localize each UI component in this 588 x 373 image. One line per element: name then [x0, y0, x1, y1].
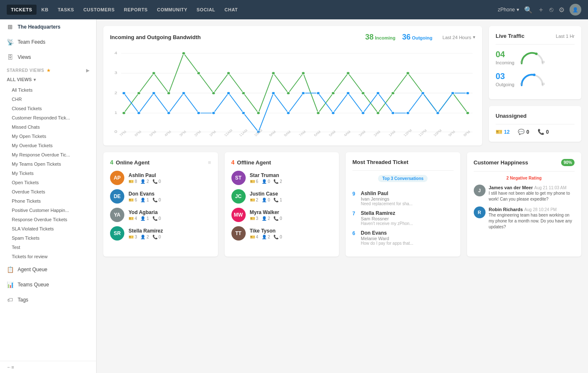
nav-chat[interactable]: CHAT — [220, 5, 242, 15]
negative-rating-badge: 2 Negative Rating — [474, 176, 575, 180]
sidebar-views-list: All Tickets CHR Closed Tickets Customer … — [0, 85, 96, 262]
starred-expand-arrow[interactable]: ▶ — [86, 68, 90, 73]
main-content: Incoming and Outgoing Bandwidth 38 Incom… — [97, 19, 588, 373]
svg-point-24 — [331, 92, 335, 95]
all-views-header[interactable]: ALL VIEWS ▾ — [0, 74, 96, 85]
agent-name: Justin Case — [250, 191, 333, 197]
svg-text:5PM: 5PM — [148, 130, 157, 137]
incoming-gauge: 04 Incoming 10 0 — [496, 49, 575, 66]
svg-text:1: 1 — [115, 110, 118, 115]
svg-point-52 — [391, 111, 395, 114]
view-my-response-overdue[interactable]: My Response Overdue Tic... — [0, 150, 96, 159]
external-link-icon[interactable]: ⎋ — [549, 6, 554, 13]
ticket-stat: 🎫 3 — [250, 216, 258, 221]
svg-text:9PM: 9PM — [447, 130, 456, 137]
teams-queue-label: Teams Queue — [18, 282, 49, 288]
view-chr[interactable]: CHR — [0, 95, 96, 104]
svg-point-54 — [421, 92, 425, 95]
svg-point-23 — [317, 111, 320, 114]
view-my-teams-open[interactable]: My Teams Open Tickets — [0, 159, 96, 169]
nav-tickets[interactable]: TICKETS — [7, 5, 37, 15]
view-open-tickets[interactable]: Open Tickets — [0, 178, 96, 187]
svg-point-35 — [137, 111, 141, 114]
svg-point-33 — [466, 111, 470, 114]
view-closed-tickets[interactable]: Closed Tickets — [0, 104, 96, 113]
view-my-overdue-tickets[interactable]: My Overdue Tickets — [0, 141, 96, 150]
offline-agents-title: 4 Offline Agent — [231, 159, 333, 166]
call-stat: 📞 0 — [538, 129, 549, 135]
svg-text:2: 2 — [115, 90, 118, 95]
view-missed-chats[interactable]: Missed Chats — [0, 122, 96, 132]
view-phone-tickets[interactable]: Phone Tickets — [0, 196, 96, 206]
view-spam-tickets[interactable]: Spam Tickets — [0, 233, 96, 243]
svg-point-53 — [406, 111, 410, 114]
svg-point-29 — [406, 72, 410, 75]
svg-text:8AM: 8AM — [283, 130, 292, 137]
agent-queue-label: Agent Queue — [18, 267, 47, 272]
user-avatar[interactable]: 👤 — [570, 4, 581, 16]
agent-name: Ashlin Paul — [129, 172, 211, 178]
svg-point-41 — [227, 92, 230, 95]
view-all-tickets[interactable]: All Tickets — [0, 85, 96, 95]
outgoing-number: 03 — [496, 71, 514, 81]
svg-text:1AM: 1AM — [388, 130, 396, 137]
incoming-count: 38 — [365, 33, 374, 41]
agent-stats: 🎫 3 👤 2 📞 0 — [129, 235, 211, 239]
sidebar-collapse-button[interactable]: ←≡ — [0, 361, 96, 373]
agent-row: YA Yod Agbaria 🎫 4 👤 1 📞 0 — [110, 208, 211, 222]
agent-row: MW Myra Walker 🎫 3 👤 2 📞 0 — [231, 208, 333, 222]
svg-point-36 — [152, 92, 155, 95]
agent-avatar: SR — [110, 226, 124, 241]
unassigned-card: Unassigned 🎫 12 💬 0 📞 0 — [489, 106, 581, 142]
view-my-open-tickets[interactable]: My Open Tickets — [0, 132, 96, 141]
view-test[interactable]: Test — [0, 243, 96, 252]
sidebar-item-team-feeds[interactable]: 📡 Team Feeds — [0, 34, 96, 50]
call-stat: 📞 1 — [273, 198, 282, 202]
svg-text:3PM: 3PM — [178, 130, 187, 137]
feedback-date: Aug 21 11:03 AM — [534, 185, 567, 190]
views-label: Views — [18, 54, 31, 60]
nav-tasks[interactable]: TASKS — [53, 5, 78, 15]
nav-kb[interactable]: KB — [37, 5, 53, 15]
view-response-overdue[interactable]: Response Overdue Tickets — [0, 215, 96, 224]
sidebar-item-views[interactable]: 🗄 Views — [0, 50, 96, 65]
time-filter[interactable]: Last 24 Hours ▾ — [443, 34, 475, 40]
unassigned-title: Unassigned — [496, 113, 575, 119]
online-agents-title: 4 Online Agent ≡ — [110, 159, 211, 166]
sidebar-item-tags[interactable]: 🏷 Tags — [0, 292, 96, 307]
nav-reports[interactable]: REPORTS — [120, 5, 152, 15]
zphone-button[interactable]: zPhone ▾ — [498, 7, 519, 13]
view-positive-customer[interactable]: Positive Customer Happin... — [0, 206, 96, 215]
agent-name: Stella Ramirez — [129, 228, 211, 234]
nav-social[interactable]: SOCIAL — [192, 5, 220, 15]
sidebar-item-agent-queue[interactable]: 📋 Agent Queue — [0, 262, 96, 277]
svg-text:11AM: 11AM — [238, 128, 249, 137]
svg-point-82 — [535, 53, 538, 55]
feedback-header: Robin Richards Aug 28 10:24 PM — [489, 206, 575, 212]
agent-avatar: TT — [231, 226, 246, 241]
view-customer-responded[interactable]: Customer Responded Tick... — [0, 113, 96, 122]
agent-row: SR Stella Ramirez 🎫 3 👤 2 📞 0 — [110, 226, 211, 241]
view-my-tickets[interactable]: My Tickets — [0, 169, 96, 178]
thread-sub: Ivan Jennings — [361, 196, 412, 201]
search-icon[interactable]: 🔍 — [524, 6, 533, 14]
sidebar-item-teams-queue[interactable]: 📊 Teams Queue — [0, 277, 96, 292]
view-tickets-for-review[interactable]: Tickets for review — [0, 252, 96, 261]
svg-point-50 — [361, 111, 365, 114]
thread-info: Don Evans Melanie Ward How do I pay for … — [361, 230, 413, 246]
sidebar-item-headquarters[interactable]: ⊞ The Headquarters — [0, 19, 96, 34]
plus-icon[interactable]: ＋ — [538, 5, 544, 14]
svg-point-48 — [331, 111, 335, 114]
svg-text:10AM: 10AM — [253, 128, 264, 137]
nav-community[interactable]: COMMUNITY — [153, 5, 192, 15]
nav-customers[interactable]: CUSTOMERS — [79, 5, 119, 15]
agent-stats: 🎫 3 👤 2 📞 0 — [250, 216, 333, 221]
svg-point-49 — [346, 92, 350, 95]
view-sla-violated[interactable]: SLA Violated Tickets — [0, 224, 96, 233]
settings-icon[interactable]: ⚙ — [559, 6, 564, 14]
svg-point-17 — [227, 72, 230, 75]
svg-point-51 — [376, 92, 380, 95]
call-stat: 📞 0 — [273, 235, 282, 239]
online-agents-menu-icon[interactable]: ≡ — [208, 159, 211, 166]
view-overdue-tickets[interactable]: Overdue Tickets — [0, 187, 96, 196]
